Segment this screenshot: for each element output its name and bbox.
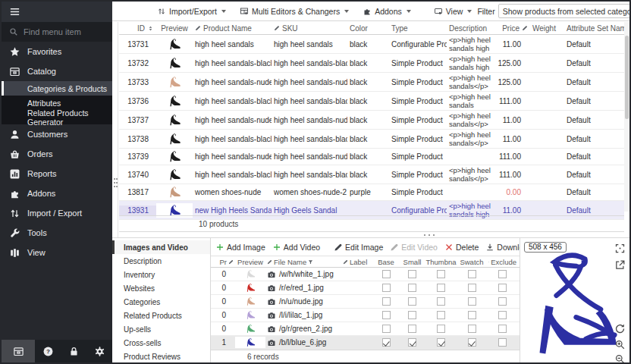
- column-header-product-name[interactable]: Product Name: [193, 24, 272, 33]
- cell-small[interactable]: [399, 325, 425, 333]
- base-checkbox[interactable]: [382, 270, 391, 278]
- exclude-checkbox[interactable]: [498, 284, 507, 292]
- image-row-selected[interactable]: 1 /b/l/blue_6.jpg: [211, 336, 520, 350]
- thumbnail-checkbox[interactable]: [437, 270, 445, 278]
- tab-product-reviews[interactable]: Product Reviews: [112, 350, 210, 363]
- product-row[interactable]: 13731 high heel sandals high heel sandal…: [119, 35, 624, 54]
- thumbnail-checkbox[interactable]: [437, 311, 445, 319]
- small-checkbox[interactable]: [408, 325, 416, 333]
- tab-websites[interactable]: Websites: [112, 281, 210, 295]
- thumbnail-checkbox[interactable]: [437, 325, 445, 333]
- lock-icon[interactable]: [68, 346, 80, 357]
- sidebar-item-reports[interactable]: Reports: [2, 164, 112, 184]
- exclude-checkbox[interactable]: [498, 338, 507, 347]
- cell-base[interactable]: [373, 270, 399, 278]
- column-header-exclude[interactable]: Exclude: [487, 258, 518, 266]
- image-row[interactable]: 0 /w/h/white_1.jpg: [211, 268, 520, 281]
- cell-base[interactable]: [373, 297, 399, 306]
- edit-image-button[interactable]: Edit Image: [332, 241, 385, 253]
- swatch-checkbox[interactable]: [468, 325, 476, 333]
- cell-thumbnail[interactable]: [425, 311, 457, 319]
- column-header-description[interactable]: Description: [447, 24, 495, 33]
- cell-exclude[interactable]: [487, 284, 518, 292]
- sidebar-item-import-export[interactable]: Import / Export: [2, 203, 112, 223]
- column-header-file-name[interactable]: File Name: [265, 258, 341, 266]
- cell-thumbnail[interactable]: [425, 297, 457, 306]
- column-header-base[interactable]: Base: [373, 258, 399, 266]
- sidebar-item-orders[interactable]: Orders: [2, 144, 112, 164]
- fit-to-window-icon[interactable]: [614, 243, 626, 254]
- open-external-icon[interactable]: [614, 259, 626, 271]
- cell-exclude[interactable]: [487, 325, 518, 333]
- product-row[interactable]: 13736 high heel sandals-black-36 high he…: [119, 92, 624, 111]
- product-row[interactable]: 13740 high heel sandals-black-38 high he…: [119, 165, 624, 184]
- filter-select[interactable]: Show products from selected categories: [498, 4, 631, 18]
- product-row[interactable]: 13738 high heel sandals-black-37 high he…: [119, 130, 624, 149]
- column-header-preview[interactable]: Preview: [235, 258, 265, 266]
- multi-editors-button[interactable]: Multi Editors & Changers: [237, 5, 351, 17]
- sidebar-item-tools[interactable]: Tools: [2, 223, 112, 243]
- small-checkbox[interactable]: [408, 270, 416, 278]
- cell-small[interactable]: [399, 270, 425, 278]
- scrollbar-thumb[interactable]: [625, 36, 629, 119]
- column-header-swatch[interactable]: Swatch: [457, 258, 487, 266]
- exclude-checkbox[interactable]: [498, 311, 507, 319]
- tab-related-products[interactable]: Related Products: [112, 309, 210, 322]
- cell-thumbnail[interactable]: [425, 338, 457, 347]
- view-button[interactable]: View: [432, 5, 475, 17]
- cell-swatch[interactable]: [457, 284, 487, 292]
- sidebar-item-catalog[interactable]: Catalog: [2, 61, 112, 81]
- help-icon[interactable]: [42, 346, 54, 357]
- product-row[interactable]: 13817 women shoes-nude women shoes-nude-…: [119, 184, 624, 201]
- column-header-price[interactable]: Price: [495, 24, 530, 33]
- cell-exclude[interactable]: [487, 297, 518, 306]
- product-row[interactable]: 13733 high heel sandals-nude high heel s…: [119, 73, 624, 92]
- import-export-button[interactable]: Import/Export: [155, 5, 228, 17]
- tab-categories[interactable]: Categories: [112, 295, 210, 309]
- base-checkbox[interactable]: [382, 325, 391, 333]
- horizontal-splitter-grip[interactable]: [423, 234, 435, 237]
- base-checkbox[interactable]: [382, 297, 391, 306]
- sidebar-item-customers[interactable]: Customers: [2, 124, 112, 144]
- column-header-weight[interactable]: Weight: [530, 24, 564, 33]
- sidebar-search[interactable]: Find menu item: [2, 22, 112, 42]
- column-header-position[interactable]: Pr: [211, 258, 235, 266]
- cell-thumbnail[interactable]: [425, 325, 457, 333]
- cell-thumbnail[interactable]: [425, 270, 457, 278]
- product-row[interactable]: 13739 high heel sandals-nude-37 high hee…: [119, 149, 624, 165]
- thumbnail-checkbox[interactable]: [437, 297, 445, 306]
- column-header-thumbnail[interactable]: Thumbna: [425, 258, 457, 266]
- exclude-checkbox[interactable]: [498, 325, 507, 333]
- cell-base[interactable]: [373, 338, 399, 347]
- cell-swatch[interactable]: [457, 325, 487, 333]
- swatch-checkbox[interactable]: [468, 270, 476, 278]
- cell-thumbnail[interactable]: [425, 284, 457, 292]
- cell-swatch[interactable]: [457, 297, 487, 306]
- exclude-checkbox[interactable]: [498, 270, 507, 278]
- edit-video-button[interactable]: Edit Video: [388, 241, 439, 253]
- small-checkbox[interactable]: [408, 311, 416, 319]
- tab-up-sells[interactable]: Up-sells: [112, 322, 210, 336]
- cell-small[interactable]: [399, 284, 425, 292]
- add-video-button[interactable]: Add Video: [271, 241, 322, 253]
- tab-description[interactable]: Description: [112, 254, 210, 268]
- sidebar-item-addons[interactable]: Addons: [2, 184, 112, 203]
- base-checkbox[interactable]: [382, 311, 391, 319]
- column-header-attribute-set[interactable]: Attribute Set Name: [564, 24, 627, 33]
- column-header-small[interactable]: Small: [399, 258, 425, 266]
- hamburger-menu-icon[interactable]: [9, 6, 20, 17]
- image-row[interactable]: 0 /n/u/nude.jpg: [211, 295, 520, 309]
- column-header-color[interactable]: Color: [347, 24, 389, 33]
- cell-swatch[interactable]: [457, 338, 487, 347]
- zoom-out-icon[interactable]: [614, 353, 626, 364]
- cell-small[interactable]: [399, 297, 425, 306]
- column-header-preview[interactable]: Preview: [156, 24, 193, 33]
- cell-base[interactable]: [373, 325, 399, 333]
- zoom-in-icon[interactable]: [614, 339, 626, 350]
- tab-images-and-video[interactable]: Images and Video: [112, 240, 210, 254]
- sidebar-item-categories-products[interactable]: Categories & Products: [2, 81, 112, 96]
- swatch-checkbox[interactable]: [468, 338, 476, 347]
- thumbnail-checkbox[interactable]: [437, 284, 445, 292]
- gear-icon[interactable]: [94, 346, 105, 357]
- image-row[interactable]: 0 /l/i/lilac_1.jpg: [211, 309, 520, 322]
